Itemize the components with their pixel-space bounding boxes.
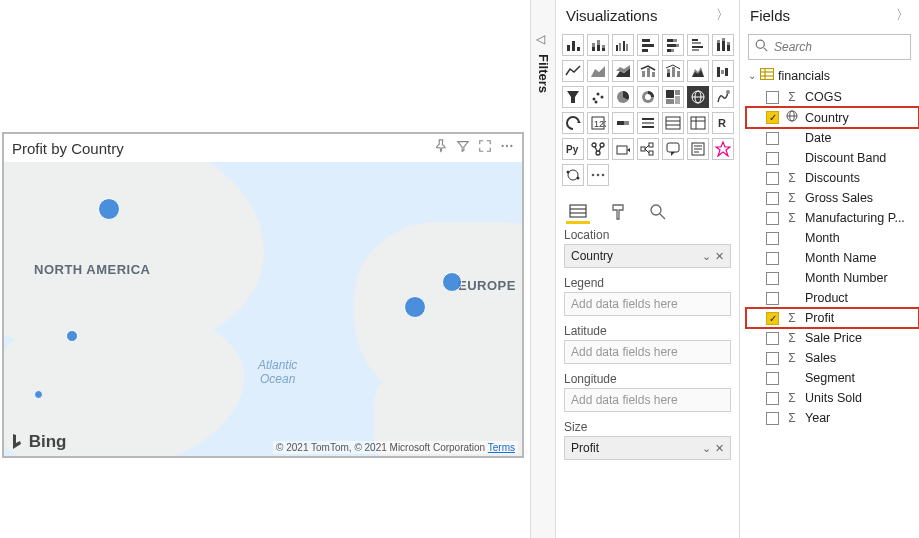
- format-tab-icon[interactable]: [606, 200, 630, 224]
- viz-type-icon[interactable]: [587, 34, 609, 56]
- search-input[interactable]: [774, 40, 919, 54]
- checkbox[interactable]: [766, 372, 779, 385]
- field-row[interactable]: Product: [746, 288, 919, 308]
- remove-icon[interactable]: ✕: [715, 442, 724, 455]
- viz-type-icon[interactable]: Py: [562, 138, 584, 160]
- viz-type-icon[interactable]: [562, 112, 584, 134]
- checkbox[interactable]: [766, 252, 779, 265]
- more-options-icon[interactable]: [500, 139, 514, 157]
- viz-type-icon[interactable]: [637, 112, 659, 134]
- search-box[interactable]: [748, 34, 911, 60]
- viz-type-icon[interactable]: [712, 60, 734, 82]
- checkbox[interactable]: [766, 132, 779, 145]
- map-bubble[interactable]: [34, 390, 43, 399]
- well-location[interactable]: Country ⌄✕: [564, 244, 731, 268]
- checkbox[interactable]: [766, 152, 779, 165]
- chevron-right-icon[interactable]: 〉: [896, 6, 909, 24]
- field-row[interactable]: Month Name: [746, 248, 919, 268]
- checkbox[interactable]: [766, 332, 779, 345]
- map-terms-link[interactable]: Terms: [488, 442, 515, 453]
- viz-type-icon[interactable]: [562, 164, 584, 186]
- checkbox[interactable]: [766, 352, 779, 365]
- field-row[interactable]: ΣUnits Sold: [746, 388, 919, 408]
- checkbox[interactable]: ✓: [766, 111, 779, 124]
- checkbox[interactable]: ✓: [766, 312, 779, 325]
- chevron-down-icon[interactable]: ⌄: [702, 250, 711, 263]
- viz-type-icon[interactable]: [612, 86, 634, 108]
- viz-type-icon[interactable]: [687, 34, 709, 56]
- field-row[interactable]: ΣYear: [746, 408, 919, 428]
- viz-type-icon[interactable]: [562, 86, 584, 108]
- map-surface[interactable]: NORTH AMERICA EUROPE AtlanticOcean Bing …: [4, 162, 522, 456]
- field-row[interactable]: ✓ΣProfit: [746, 308, 919, 328]
- field-row[interactable]: Month Number: [746, 268, 919, 288]
- viz-type-icon[interactable]: R: [712, 112, 734, 134]
- viz-type-icon[interactable]: [637, 138, 659, 160]
- field-row[interactable]: Discount Band: [746, 148, 919, 168]
- viz-type-icon[interactable]: [662, 138, 684, 160]
- filter-icon[interactable]: [456, 139, 470, 157]
- map-bubble[interactable]: [442, 272, 462, 292]
- map-visual[interactable]: Profit by Country: [2, 132, 524, 458]
- viz-type-icon[interactable]: [637, 60, 659, 82]
- viz-type-icon[interactable]: [662, 112, 684, 134]
- checkbox[interactable]: [766, 232, 779, 245]
- viz-type-icon[interactable]: [712, 138, 734, 160]
- field-row[interactable]: ΣSales: [746, 348, 919, 368]
- checkbox[interactable]: [766, 212, 779, 225]
- viz-type-icon[interactable]: [662, 34, 684, 56]
- viz-type-icon[interactable]: [712, 86, 734, 108]
- viz-type-icon[interactable]: 123: [587, 112, 609, 134]
- chevron-right-icon[interactable]: 〉: [716, 6, 729, 24]
- viz-type-icon[interactable]: [662, 86, 684, 108]
- viz-type-icon[interactable]: [612, 112, 634, 134]
- viz-type-icon[interactable]: [587, 60, 609, 82]
- field-row[interactable]: Segment: [746, 368, 919, 388]
- checkbox[interactable]: [766, 392, 779, 405]
- field-row[interactable]: Month: [746, 228, 919, 248]
- pin-icon[interactable]: [434, 139, 448, 157]
- viz-type-icon[interactable]: [612, 34, 634, 56]
- checkbox[interactable]: [766, 172, 779, 185]
- viz-type-icon[interactable]: [712, 34, 734, 56]
- viz-type-icon[interactable]: [587, 164, 609, 186]
- well-legend[interactable]: Add data fields here: [564, 292, 731, 316]
- fields-tab-icon[interactable]: [566, 200, 590, 224]
- checkbox[interactable]: [766, 412, 779, 425]
- checkbox[interactable]: [766, 272, 779, 285]
- viz-type-icon[interactable]: [687, 112, 709, 134]
- viz-type-icon[interactable]: [612, 138, 634, 160]
- checkbox[interactable]: [766, 192, 779, 205]
- map-bubble[interactable]: [66, 330, 78, 342]
- viz-type-icon[interactable]: [562, 60, 584, 82]
- well-size[interactable]: Profit ⌄✕: [564, 436, 731, 460]
- field-row[interactable]: ΣManufacturing P...: [746, 208, 919, 228]
- viz-type-icon[interactable]: [687, 60, 709, 82]
- filters-pane-collapsed[interactable]: ◁ Filters: [530, 0, 556, 538]
- viz-type-icon[interactable]: [637, 34, 659, 56]
- field-row[interactable]: ΣSale Price: [746, 328, 919, 348]
- focus-mode-icon[interactable]: [478, 139, 492, 157]
- viz-type-icon[interactable]: [687, 86, 709, 108]
- viz-type-icon[interactable]: [687, 138, 709, 160]
- field-row[interactable]: ΣDiscounts: [746, 168, 919, 188]
- well-latitude[interactable]: Add data fields here: [564, 340, 731, 364]
- map-bubble[interactable]: [98, 198, 120, 220]
- viz-type-icon[interactable]: [612, 60, 634, 82]
- remove-icon[interactable]: ✕: [715, 250, 724, 263]
- field-row[interactable]: ΣGross Sales: [746, 188, 919, 208]
- viz-type-icon[interactable]: [587, 86, 609, 108]
- viz-type-icon[interactable]: [662, 60, 684, 82]
- viz-type-icon[interactable]: [587, 138, 609, 160]
- checkbox[interactable]: [766, 292, 779, 305]
- map-bubble[interactable]: [404, 296, 426, 318]
- analytics-tab-icon[interactable]: [646, 200, 670, 224]
- viz-type-icon[interactable]: [637, 86, 659, 108]
- field-row[interactable]: ✓Country: [746, 107, 919, 128]
- checkbox[interactable]: [766, 91, 779, 104]
- chevron-down-icon[interactable]: ⌄: [702, 442, 711, 455]
- well-longitude[interactable]: Add data fields here: [564, 388, 731, 412]
- field-row[interactable]: ΣCOGS: [746, 87, 919, 107]
- field-row[interactable]: Date: [746, 128, 919, 148]
- viz-type-icon[interactable]: [562, 34, 584, 56]
